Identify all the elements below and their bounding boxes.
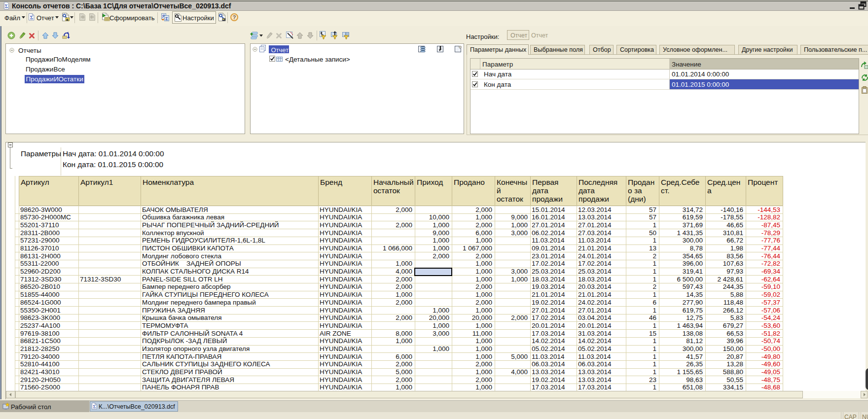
svg-text:Σ: Σ: [165, 16, 168, 21]
svg-text:Σ: Σ: [93, 404, 96, 409]
svg-text:?: ?: [233, 14, 236, 20]
svg-text:Σ: Σ: [5, 3, 8, 9]
svg-text:Σ: Σ: [30, 15, 34, 20]
